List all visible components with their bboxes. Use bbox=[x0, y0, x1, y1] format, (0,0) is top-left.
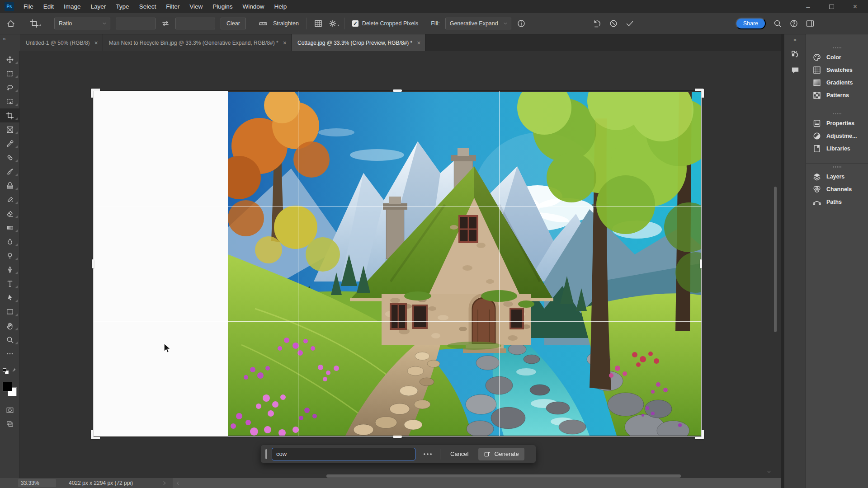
default-colors-widget[interactable] bbox=[2, 367, 18, 376]
ratio-select[interactable]: Ratio bbox=[54, 18, 110, 29]
crop-settings-gear-icon[interactable] bbox=[328, 19, 337, 28]
collapse-dock-icon[interactable]: « bbox=[793, 36, 797, 43]
menu-item-edit[interactable]: Edit bbox=[38, 0, 59, 13]
dock-divider[interactable] bbox=[781, 34, 784, 488]
crop-handle-bottom-right[interactable] bbox=[695, 430, 704, 439]
tool-object-selection[interactable] bbox=[0, 94, 20, 108]
crop-tool-options-icon[interactable] bbox=[30, 19, 39, 28]
menu-item-filter[interactable]: Filter bbox=[161, 0, 184, 13]
straighten-icon[interactable] bbox=[259, 19, 268, 28]
panel-tab-libraries[interactable]: Libraries bbox=[806, 142, 868, 155]
crop-handle-right[interactable] bbox=[700, 259, 702, 268]
crop-height-input[interactable] bbox=[175, 18, 215, 29]
tool-crop[interactable] bbox=[0, 108, 20, 122]
crop-handle-bottom[interactable] bbox=[393, 436, 402, 438]
crop-handle-top-right[interactable] bbox=[695, 89, 704, 98]
tool-eyedropper[interactable] bbox=[0, 136, 20, 150]
crop-overlay-grid-icon[interactable] bbox=[314, 19, 323, 28]
comments-panel-icon[interactable] bbox=[790, 66, 800, 75]
fill-select[interactable]: Generative Expand bbox=[445, 18, 511, 29]
crop-handle-top[interactable] bbox=[393, 89, 402, 92]
document-canvas[interactable]: Cancel Generate bbox=[20, 51, 781, 478]
scroll-down-icon[interactable] bbox=[766, 469, 772, 475]
tool-hand[interactable] bbox=[0, 319, 20, 333]
vertical-scrollbar-thumb[interactable] bbox=[774, 187, 777, 332]
help-icon[interactable] bbox=[789, 19, 798, 28]
panel-group-grip[interactable] bbox=[833, 47, 841, 48]
horizontal-scrollbar-thumb[interactable] bbox=[326, 474, 681, 478]
info-icon[interactable] bbox=[517, 19, 526, 28]
menu-item-select[interactable]: Select bbox=[134, 0, 161, 13]
default-foreground-swatch[interactable] bbox=[3, 368, 6, 372]
menu-item-window[interactable]: Window bbox=[237, 0, 269, 13]
commit-crop-icon[interactable] bbox=[625, 19, 634, 28]
tool-frame[interactable] bbox=[0, 122, 20, 136]
panel-group-grip[interactable] bbox=[833, 166, 841, 168]
swap-colors-icon[interactable] bbox=[11, 368, 18, 375]
quick-mask-icon[interactable] bbox=[5, 406, 14, 414]
tab-close-icon[interactable]: × bbox=[283, 39, 287, 47]
tool-gradient[interactable] bbox=[0, 221, 20, 235]
tab-close-icon[interactable]: × bbox=[94, 39, 98, 47]
more-options-icon[interactable] bbox=[420, 448, 435, 460]
clear-button[interactable]: Clear bbox=[221, 18, 246, 29]
tool-type[interactable] bbox=[0, 277, 20, 291]
menu-item-help[interactable]: Help bbox=[269, 0, 292, 13]
menu-item-layer[interactable]: Layer bbox=[86, 0, 111, 13]
menu-item-plugins[interactable]: Plugins bbox=[208, 0, 237, 13]
tool-blur[interactable] bbox=[0, 235, 20, 249]
tool-dodge[interactable] bbox=[0, 249, 20, 263]
tool-rectangle[interactable] bbox=[0, 305, 20, 319]
menu-item-type[interactable]: Type bbox=[111, 0, 134, 13]
tool-lasso[interactable] bbox=[0, 80, 20, 94]
panel-tab-channels[interactable]: Channels bbox=[806, 183, 868, 196]
screen-mode-icon[interactable] bbox=[5, 420, 14, 428]
tool-eraser[interactable] bbox=[0, 206, 20, 221]
tool-rectangular-marquee[interactable] bbox=[0, 66, 20, 80]
tool-clone-stamp[interactable] bbox=[0, 178, 20, 192]
crop-handle-top-left[interactable] bbox=[91, 89, 100, 98]
taskbar-drag-handle[interactable] bbox=[265, 449, 267, 459]
panel-tab-layers[interactable]: Layers bbox=[806, 170, 868, 183]
panel-tab-properties[interactable]: Properties bbox=[806, 117, 868, 130]
history-panel-icon[interactable] bbox=[790, 49, 800, 59]
chevron-double-right-icon[interactable]: » bbox=[3, 36, 6, 42]
menu-item-image[interactable]: Image bbox=[59, 0, 86, 13]
tool-edit-toolbar[interactable] bbox=[0, 347, 20, 361]
tool-zoom[interactable] bbox=[0, 333, 20, 347]
zoom-level-field[interactable]: 33.33% bbox=[18, 479, 56, 487]
delete-cropped-pixels-checkbox[interactable] bbox=[352, 20, 359, 27]
panel-tab-paths[interactable]: Paths bbox=[806, 196, 868, 208]
cancel-button[interactable]: Cancel bbox=[445, 450, 474, 457]
panel-tab-patterns[interactable]: Patterns bbox=[806, 89, 868, 102]
tool-spot-healing-brush[interactable] bbox=[0, 150, 20, 164]
document-tab[interactable]: Cottage.jpg @ 33.3% (Crop Preview, RGB/8… bbox=[292, 34, 425, 51]
tab-close-icon[interactable]: × bbox=[417, 39, 420, 47]
toolbar-expand-corner[interactable]: » bbox=[0, 34, 20, 51]
status-chevron-right-icon[interactable] bbox=[162, 480, 167, 486]
crop-handle-bottom-left[interactable] bbox=[91, 430, 100, 439]
document-tab[interactable]: Man Next to Recycle Bin.jpg @ 33.3% (Gen… bbox=[103, 34, 292, 51]
menu-item-view[interactable]: View bbox=[184, 0, 208, 13]
crop-width-input[interactable] bbox=[116, 18, 156, 29]
window-minimize-icon[interactable]: – bbox=[806, 5, 810, 9]
generate-button[interactable]: Generate bbox=[478, 448, 524, 460]
panel-group-grip[interactable] bbox=[833, 113, 841, 114]
tool-path-selection[interactable] bbox=[0, 291, 20, 305]
crop-handle-left[interactable] bbox=[92, 259, 94, 268]
tool-move[interactable] bbox=[0, 52, 20, 66]
swap-dimensions-icon[interactable] bbox=[161, 19, 170, 28]
tool-pen[interactable] bbox=[0, 263, 20, 277]
cancel-crop-icon[interactable] bbox=[609, 19, 618, 28]
tool-brush[interactable] bbox=[0, 164, 20, 178]
panel-tab-color[interactable]: Color bbox=[806, 51, 868, 64]
share-button[interactable]: Share bbox=[736, 18, 766, 29]
panel-tab-adjustme[interactable]: Adjustme... bbox=[806, 130, 868, 142]
panel-tab-gradients[interactable]: Gradients bbox=[806, 76, 868, 89]
straighten-label[interactable]: Straighten bbox=[273, 20, 299, 27]
search-icon[interactable] bbox=[773, 19, 782, 28]
status-chevron-left-icon[interactable] bbox=[175, 481, 180, 486]
workspace-switcher-icon[interactable] bbox=[806, 19, 815, 28]
prompt-input[interactable] bbox=[272, 448, 415, 460]
document-tab[interactable]: Untitled-1 @ 50% (RGB/8)× bbox=[20, 34, 103, 51]
